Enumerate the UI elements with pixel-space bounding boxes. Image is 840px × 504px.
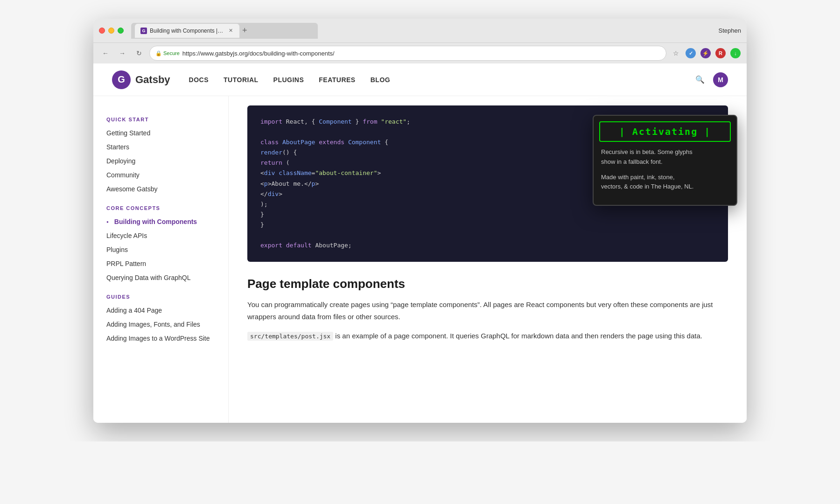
tab-favicon: G (140, 28, 147, 34)
sidebar-item-plugins[interactable]: Plugins (93, 243, 228, 257)
nav-tutorial[interactable]: TUTORIAL (224, 76, 259, 84)
user-avatar: M (713, 72, 728, 87)
inline-code: src/templates/post.jsx (247, 332, 333, 341)
header-right: 🔍 M (693, 72, 728, 87)
sidebar-item-deploying[interactable]: Deploying (93, 154, 228, 168)
tab-area: G Building with Components | G… ✕ + (131, 23, 318, 39)
bookmark-button[interactable]: ☆ (670, 48, 681, 59)
forward-button[interactable]: → (116, 47, 129, 60)
tab-close-button[interactable]: ✕ (227, 28, 234, 34)
address-bar[interactable]: 🔒 Secure https://www.gatsbyjs.org/docs/b… (149, 46, 666, 61)
secure-badge: 🔒 Secure (155, 50, 180, 56)
close-button[interactable] (99, 28, 105, 34)
sidebar-item-awesome-gatsby[interactable]: Awesome Gatsby (93, 182, 228, 196)
browser-titlebar: G Building with Components | G… ✕ + Step… (93, 19, 747, 43)
popup-body-text-2: Made with paint, ink, stone, vectors, & … (601, 173, 729, 192)
nav-plugins[interactable]: PLUGINS (273, 76, 304, 84)
ext-icon-2: ⚡ (700, 48, 711, 58)
gatsby-logo-icon: G (112, 70, 131, 89)
sidebar-item-wordpress-images[interactable]: Adding Images to a WordPress Site (93, 331, 228, 345)
minimize-button[interactable] (108, 28, 114, 34)
body-text-2: src/templates/post.jsx is an example of … (247, 330, 728, 342)
popup-tooltip: | Activating | Recursive is in beta. Som… (593, 115, 737, 206)
gatsby-logo-text: Gatsby (135, 74, 170, 86)
sidebar-item-building-with-components[interactable]: Building with Components (93, 215, 228, 229)
ext-icon-3: R (715, 48, 726, 58)
address-bar-row: ← → ↻ 🔒 Secure https://www.gatsbyjs.org/… (93, 43, 747, 63)
sidebar-item-starters[interactable]: Starters (93, 140, 228, 154)
sidebar: QUICK START Getting Started Starters Dep… (93, 96, 229, 423)
sidebar-item-querying-data[interactable]: Querying Data with GraphQL (93, 271, 228, 285)
popup-title-text: | Activating | (619, 126, 711, 137)
maximize-button[interactable] (118, 28, 124, 34)
search-button[interactable]: 🔍 (693, 72, 707, 87)
sidebar-item-community[interactable]: Community (93, 168, 228, 182)
sidebar-item-lifecycle-apis[interactable]: Lifecycle APIs (93, 229, 228, 243)
sidebar-item-getting-started[interactable]: Getting Started (93, 126, 228, 140)
ext-icon-1: ✓ (686, 48, 696, 58)
nav-features[interactable]: FEATURES (319, 76, 355, 84)
ext-icon-4: ↓ (730, 48, 741, 58)
main-content: import React, { Component } from "react"… (229, 96, 747, 423)
popup-body-text-1: Recursive is in beta. Some glyphs show i… (601, 147, 729, 167)
extension-button-4[interactable]: ↓ (730, 48, 741, 59)
sidebar-section-guides: GUIDES (93, 294, 228, 300)
nav-docs[interactable]: DOCS (189, 76, 209, 84)
body-text-1: You can programmatically create pages us… (247, 299, 728, 322)
browser-window: G Building with Components | G… ✕ + Step… (93, 19, 747, 423)
page-content: G Gatsby DOCS TUTORIAL PLUGINS FEATURES … (93, 63, 747, 423)
main-body: QUICK START Getting Started Starters Dep… (93, 96, 747, 423)
sidebar-item-404[interactable]: Adding a 404 Page (93, 303, 228, 317)
sidebar-item-prpl-pattern[interactable]: PRPL Pattern (93, 257, 228, 271)
extension-button-3[interactable]: R (715, 48, 726, 59)
popup-body: Recursive is in beta. Some glyphs show i… (594, 146, 736, 205)
sidebar-section-core-concepts: CORE CONCEPTS (93, 205, 228, 211)
reload-button[interactable]: ↻ (133, 47, 146, 60)
new-tab-button[interactable]: + (239, 26, 250, 35)
sidebar-section-quick-start: QUICK START (93, 117, 228, 122)
tab-title: Building with Components | G… (150, 28, 224, 34)
url-text: https://www.gatsbyjs.org/docs/building-w… (182, 50, 335, 57)
sidebar-item-images-fonts[interactable]: Adding Images, Fonts, and Files (93, 317, 228, 331)
popup-title-bar: | Activating | (599, 121, 731, 142)
gatsby-logo[interactable]: G Gatsby (112, 70, 170, 89)
extension-button-2[interactable]: ⚡ (700, 48, 711, 59)
nav-blog[interactable]: BLOG (371, 76, 390, 84)
active-tab[interactable]: G Building with Components | G… ✕ (135, 24, 239, 38)
traffic-lights (99, 28, 124, 34)
gatsby-nav: DOCS TUTORIAL PLUGINS FEATURES BLOG (189, 76, 391, 84)
section-heading: Page template components (247, 277, 728, 291)
extension-button-1[interactable]: ✓ (685, 48, 696, 59)
gatsby-header: G Gatsby DOCS TUTORIAL PLUGINS FEATURES … (93, 63, 747, 96)
back-button[interactable]: ← (99, 47, 112, 60)
profile-name: Stephen (719, 27, 741, 34)
